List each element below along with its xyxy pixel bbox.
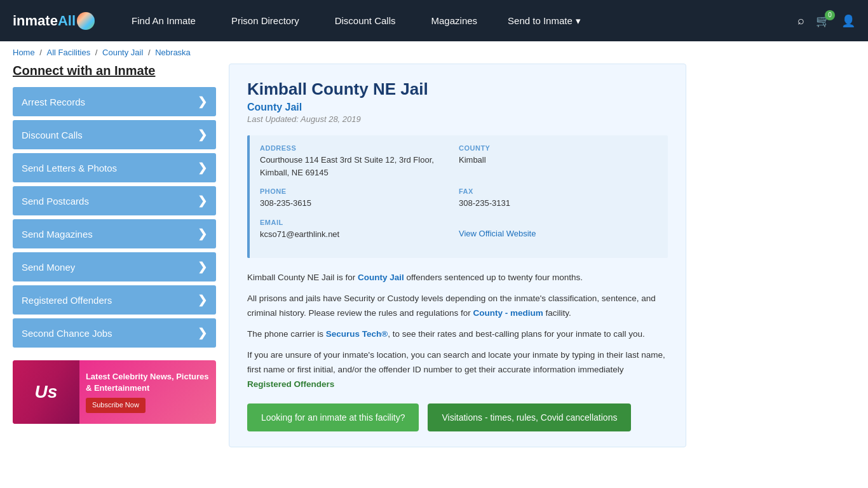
ad-image: Us bbox=[13, 360, 79, 424]
send-to-inmate-button[interactable]: Send to Inmate ▾ bbox=[495, 15, 593, 27]
sidebar-ad: Us Latest Celebrity News, Pictures & Ent… bbox=[13, 360, 216, 424]
chevron-right-icon: ❯ bbox=[198, 326, 207, 340]
sidebar-menu: Arrest Records ❯ Discount Calls ❯ Send L… bbox=[13, 87, 216, 348]
facility-buttons: Looking for an inmate at this facility? … bbox=[247, 403, 668, 431]
email-cell: EMAIL kcso71@earthlink.net bbox=[260, 219, 459, 241]
breadcrumb-county-jail[interactable]: County Jail bbox=[102, 48, 143, 57]
breadcrumb-home[interactable]: Home bbox=[13, 48, 35, 57]
website-cell: View Official Website bbox=[459, 219, 658, 241]
desc-para-3: The phone carrier is Securus Tech®, to s… bbox=[247, 327, 668, 342]
nav-item-discount[interactable]: Discount Calls bbox=[317, 0, 414, 41]
looking-for-inmate-button[interactable]: Looking for an inmate at this facility? bbox=[247, 403, 419, 431]
sidebar-item-money[interactable]: Send Money ❯ bbox=[13, 252, 216, 281]
facility-info-grid: ADDRESS Courthouse 114 East 3rd St Suite… bbox=[247, 135, 668, 258]
search-icon[interactable]: ⌕ bbox=[797, 14, 804, 27]
facility-type: County Jail bbox=[247, 102, 668, 113]
visitations-button[interactable]: Visitations - times, rules, Covid cancel… bbox=[428, 403, 631, 431]
sidebar-title: Connect with an Inmate bbox=[13, 64, 216, 78]
securus-link[interactable]: Securus Tech® bbox=[326, 329, 388, 339]
facility-updated: Last Updated: August 28, 2019 bbox=[247, 114, 668, 124]
chevron-right-icon: ❯ bbox=[198, 227, 207, 241]
user-icon[interactable]: 👤 bbox=[841, 14, 855, 28]
chevron-right-icon: ❯ bbox=[198, 194, 207, 208]
nav-item-magazines[interactable]: Magazines bbox=[414, 0, 496, 41]
desc-para-1: Kimball County NE Jail is for County Jai… bbox=[247, 271, 668, 285]
fax-cell: FAX 308-235-3131 bbox=[459, 187, 658, 210]
sidebar-item-offenders[interactable]: Registered Offenders ❯ bbox=[13, 285, 216, 315]
logo-text: inmateAll bbox=[13, 13, 76, 29]
cart-icon[interactable]: 🛒 0 bbox=[816, 14, 830, 28]
chevron-right-icon: ❯ bbox=[198, 293, 207, 307]
cart-badge: 0 bbox=[825, 10, 835, 20]
nav-item-send[interactable]: Send to Inmate ▾ bbox=[495, 15, 593, 27]
chevron-right-icon: ❯ bbox=[198, 95, 207, 109]
facility-description: Kimball County NE Jail is for County Jai… bbox=[247, 271, 668, 392]
logo-icon bbox=[77, 12, 95, 30]
facility-card: Kimball County NE Jail County Jail Last … bbox=[229, 64, 686, 447]
county-cell: COUNTY Kimball bbox=[459, 144, 658, 179]
breadcrumb-all-facilities[interactable]: All Facilities bbox=[47, 48, 91, 57]
breadcrumb: Home / All Facilities / County Jail / Ne… bbox=[0, 41, 868, 64]
ad-text: Latest Celebrity News, Pictures & Entert… bbox=[79, 365, 216, 419]
nav-links: Find An Inmate Prison Directory Discount… bbox=[114, 0, 791, 41]
sidebar-item-arrest[interactable]: Arrest Records ❯ bbox=[13, 87, 216, 116]
county-jail-link[interactable]: County Jail bbox=[358, 273, 404, 282]
chevron-right-icon: ❯ bbox=[198, 161, 207, 175]
desc-para-4: If you are unsure of your inmate's locat… bbox=[247, 348, 668, 392]
desc-para-2: All prisons and jails have Security or C… bbox=[247, 292, 668, 321]
registered-offenders-link[interactable]: Registered Offenders bbox=[247, 379, 334, 389]
logo[interactable]: inmateAll bbox=[13, 12, 95, 30]
county-medium-link[interactable]: County - medium bbox=[473, 308, 543, 318]
official-website-link[interactable]: View Official Website bbox=[459, 229, 536, 238]
address-cell: ADDRESS Courthouse 114 East 3rd St Suite… bbox=[260, 144, 459, 179]
phone-cell: PHONE 308-235-3615 bbox=[260, 187, 459, 210]
nav-item-find[interactable]: Find An Inmate bbox=[114, 0, 214, 41]
breadcrumb-state[interactable]: Nebraska bbox=[155, 48, 191, 57]
content-wrapper: Connect with an Inmate Arrest Records ❯ … bbox=[0, 64, 699, 466]
navbar: inmateAll Find An Inmate Prison Director… bbox=[0, 0, 868, 41]
sidebar-item-postcards[interactable]: Send Postcards ❯ bbox=[13, 186, 216, 215]
chevron-down-icon: ▾ bbox=[576, 15, 581, 27]
nav-item-prison[interactable]: Prison Directory bbox=[214, 0, 317, 41]
sidebar-item-letters[interactable]: Send Letters & Photos ❯ bbox=[13, 153, 216, 182]
ad-subscribe-button[interactable]: Subscribe Now bbox=[86, 398, 146, 412]
nav-icons: ⌕ 🛒 0 👤 bbox=[797, 14, 855, 28]
chevron-right-icon: ❯ bbox=[198, 128, 207, 142]
sidebar: Connect with an Inmate Arrest Records ❯ … bbox=[13, 64, 216, 447]
sidebar-item-jobs[interactable]: Second Chance Jobs ❯ bbox=[13, 318, 216, 348]
sidebar-item-discount[interactable]: Discount Calls ❯ bbox=[13, 120, 216, 149]
chevron-right-icon: ❯ bbox=[198, 260, 207, 274]
sidebar-item-magazines[interactable]: Send Magazines ❯ bbox=[13, 219, 216, 248]
facility-name: Kimball County NE Jail bbox=[247, 79, 668, 99]
